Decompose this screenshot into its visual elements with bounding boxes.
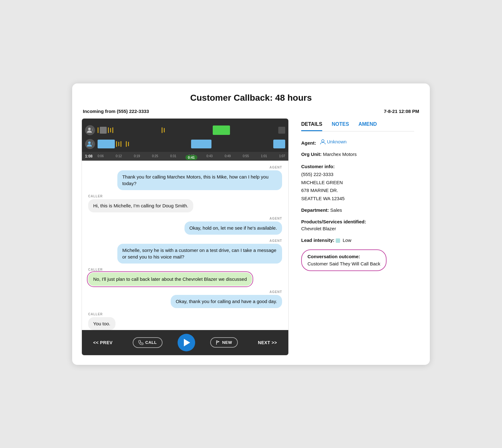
tab-details[interactable]: DETAILS — [301, 121, 322, 131]
ruler-mark-3: 0:19 — [134, 154, 140, 158]
lead-intensity-value: Low — [343, 237, 351, 243]
agent-label-3: AGENT — [88, 217, 282, 220]
caller-label-7: CALLER — [88, 312, 282, 316]
transcript-area: AGENT Thank you for calling Marchex Moto… — [82, 161, 288, 330]
org-unit-row: Org Unit: Marchex Motors — [301, 151, 414, 158]
ruler-mark-5: 0:31 — [170, 154, 176, 158]
svg-point-4 — [322, 140, 324, 142]
caller-track-icon: )) — [85, 139, 95, 149]
datetime: 7-8-21 12:08 PM — [384, 109, 419, 114]
customer-phone: (555) 222-3333 — [301, 170, 414, 179]
agent-label-4: AGENT — [88, 239, 282, 243]
caller-label-5: CALLER — [88, 268, 282, 271]
right-panel: DETAILS NOTES AMEND Agent: Unknown Org — [295, 118, 420, 355]
content-row: )) — [82, 118, 420, 355]
agent-label-1: AGENT — [88, 166, 282, 169]
customer-info-label: Customer info: — [301, 164, 335, 169]
next-button[interactable]: NEXT >> — [253, 338, 282, 347]
lead-intensity-label: Lead intensity: — [301, 237, 334, 243]
agent-bars — [98, 125, 285, 136]
agent-link[interactable]: Unknown — [320, 138, 347, 146]
tabs-row: DETAILS NOTES AMEND — [301, 121, 414, 131]
call-button[interactable]: CALL — [133, 337, 163, 348]
waveform-tracks: )) — [82, 122, 288, 150]
main-container: Customer Callback: 48 hours Incoming fro… — [72, 83, 430, 365]
ruler-mark-11: 1:07 — [279, 154, 285, 158]
customer-name: MICHELLE GREEN — [301, 179, 414, 187]
lead-intensity-indicator — [336, 238, 340, 243]
flag-icon — [216, 340, 220, 345]
bottom-bar: << PREV CALL NEW — [82, 330, 288, 355]
outcome-label: Conversation outcome: — [307, 254, 360, 259]
timeline-start: 1:08 — [85, 154, 93, 158]
caller-label-2: CALLER — [88, 195, 282, 198]
phone-icon — [138, 340, 143, 345]
products-label: Products/Services identified: — [301, 219, 366, 224]
ruler-mark-8: 0:49 — [225, 154, 231, 158]
agent-track: )) — [85, 124, 285, 136]
customer-info-row: Customer info: (555) 222-3333 MICHELLE G… — [301, 163, 414, 203]
ruler-mark-4: 0:25 — [152, 154, 158, 158]
waveform-container: )) — [82, 119, 288, 161]
department-label: Department: — [301, 207, 329, 213]
outcome-value: Customer Said They Will Call Back — [307, 260, 380, 268]
org-unit-value: Marchex Motors — [323, 152, 357, 157]
caller-bubble-5-highlighted: No, I'll just plan to call back later ab… — [88, 273, 252, 286]
org-unit-label: Org Unit: — [301, 152, 322, 157]
message-7: CALLER You too. — [88, 312, 282, 330]
tab-amend[interactable]: AMEND — [358, 121, 377, 131]
agent-bubble-6: Okay, thank you for calling and have a g… — [171, 295, 282, 308]
ruler-mark-9: 0:55 — [243, 154, 249, 158]
playhead-time: 0:41 — [185, 155, 197, 160]
customer-city: SEATTLE WA 12345 — [301, 195, 414, 203]
agent-label-6: AGENT — [88, 290, 282, 294]
products-value: Chevrolet Blazer — [301, 225, 414, 232]
agent-row: Agent: Unknown — [301, 138, 414, 147]
message-5: CALLER No, I'll just plan to call back l… — [88, 268, 282, 286]
meta-row: Incoming from (555) 222-3333 7-8-21 12:0… — [82, 109, 420, 114]
svg-point-0 — [88, 128, 91, 130]
prev-button[interactable]: << PREV — [88, 338, 118, 347]
ruler-mark-2: 0:12 — [116, 154, 122, 158]
ruler-mark-7: 0:43 — [206, 154, 212, 158]
svg-text:)): )) — [92, 128, 93, 131]
call-label: CALL — [145, 340, 157, 345]
products-row: Products/Services identified: Chevrolet … — [301, 218, 414, 232]
message-2: CALLER Hi, this is Michelle, I'm calling… — [88, 195, 282, 212]
agent-track-icon: )) — [85, 125, 95, 135]
lead-intensity-row: Lead intensity: Low — [301, 237, 414, 244]
message-1: AGENT Thank you for calling Marchex Moto… — [88, 166, 282, 190]
svg-point-2 — [88, 141, 91, 144]
play-button[interactable] — [178, 334, 195, 351]
caller-bubble-2: Hi, this is Michelle, I'm calling for Do… — [88, 199, 193, 212]
new-label: NEW — [222, 340, 232, 345]
agent-name: Unknown — [327, 138, 347, 146]
play-icon — [184, 339, 190, 346]
message-6: AGENT Okay, thank you for calling and ha… — [88, 290, 282, 308]
conversation-outcome-row: Conversation outcome: Customer Said They… — [301, 248, 414, 271]
incoming-from: Incoming from (555) 222-3333 — [83, 109, 149, 114]
agent-label: Agent: — [301, 140, 316, 146]
department-row: Department: Sales — [301, 207, 414, 214]
caller-bubble-7: You too. — [88, 317, 115, 330]
caller-track: )) — [85, 138, 285, 150]
svg-text:)): )) — [92, 142, 93, 145]
ruler-mark-1: 0:06 — [98, 154, 104, 158]
customer-address: 678 MARINE DR. — [301, 186, 414, 195]
ruler-row: 1:08 0:06 0:12 0:19 0:25 0:31 0:37 0:43 … — [82, 152, 288, 161]
message-4: AGENT Michelle, sorry he is with a custo… — [88, 239, 282, 264]
left-panel: )) — [82, 118, 289, 355]
agent-bubble-1: Thank you for calling Marchex Motors, th… — [117, 170, 282, 190]
ruler-mark-10: 1:01 — [261, 154, 267, 158]
department-value: Sales — [330, 207, 342, 213]
caller-bars — [98, 138, 285, 150]
tab-notes[interactable]: NOTES — [332, 121, 349, 131]
agent-person-icon — [320, 139, 326, 145]
page-title: Customer Callback: 48 hours — [82, 93, 420, 103]
new-button[interactable]: NEW — [210, 337, 238, 348]
agent-bubble-3: Okay, hold on, let me see if he's availa… — [184, 221, 282, 235]
agent-bubble-4: Michelle, sorry he is with a customer on… — [117, 244, 282, 264]
message-3: AGENT Okay, hold on, let me see if he's … — [88, 217, 282, 235]
outcome-box: Conversation outcome: Customer Said They… — [301, 249, 387, 271]
